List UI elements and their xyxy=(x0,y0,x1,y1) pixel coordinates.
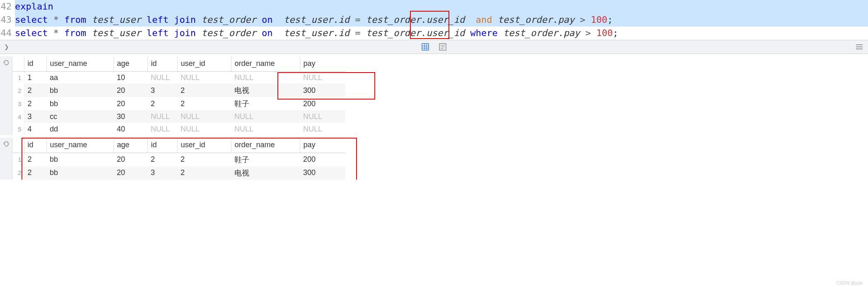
column-header[interactable]: id xyxy=(147,56,177,71)
column-header[interactable]: id xyxy=(147,138,177,153)
cell[interactable]: 1 xyxy=(24,71,46,84)
cell[interactable]: 200 xyxy=(300,97,345,110)
cell[interactable]: NULL xyxy=(177,123,231,135)
result-refresh-gutter[interactable] xyxy=(0,138,12,180)
cell[interactable]: 鞋子 xyxy=(231,153,300,166)
row-number: 2 xyxy=(12,166,24,180)
cell[interactable]: 4 xyxy=(24,123,46,135)
result-toolbar: ❯ xyxy=(0,40,868,54)
cell[interactable]: 3 xyxy=(147,84,177,97)
table-row[interactable]: 22bb2032电视300 xyxy=(12,166,345,180)
line-number: 43 xyxy=(0,13,15,27)
result-set-1: iduser_nameageiduser_idorder_namepay 11a… xyxy=(0,56,868,135)
cell[interactable]: 2 xyxy=(24,97,46,110)
table-row[interactable]: 32bb2022鞋子200 xyxy=(12,97,345,110)
row-num-header xyxy=(12,138,24,153)
table-row[interactable]: 22bb2032电视300 xyxy=(12,84,345,97)
cell[interactable]: 2 xyxy=(24,84,46,97)
cell[interactable]: 300 xyxy=(300,166,345,180)
sql-editor[interactable]: 42explain43select * from test_user left … xyxy=(0,0,868,40)
menu-icon[interactable] xyxy=(855,42,864,51)
cell[interactable]: 20 xyxy=(113,153,147,166)
cell[interactable]: bb xyxy=(46,84,113,97)
table-row[interactable]: 43cc30NULLNULLNULLNULL xyxy=(12,110,345,123)
cell[interactable]: 2 xyxy=(177,84,231,97)
cell[interactable]: NULL xyxy=(300,71,345,84)
code-line[interactable]: select * from test_user left join test_o… xyxy=(15,27,868,40)
cell[interactable]: NULL xyxy=(177,71,231,84)
cell[interactable]: 2 xyxy=(147,153,177,166)
cell[interactable]: 20 xyxy=(113,166,147,180)
row-number: 1 xyxy=(12,71,24,84)
column-header[interactable]: pay xyxy=(300,138,345,153)
svg-rect-0 xyxy=(422,44,429,50)
cell[interactable]: cc xyxy=(46,110,113,123)
column-header[interactable]: user_id xyxy=(177,138,231,153)
column-header[interactable]: id xyxy=(24,138,46,153)
cell[interactable]: bb xyxy=(46,166,113,180)
cell[interactable]: 3 xyxy=(147,166,177,180)
cell[interactable]: 200 xyxy=(300,153,345,166)
cell[interactable]: NULL xyxy=(147,110,177,123)
cell[interactable]: NULL xyxy=(300,110,345,123)
column-header[interactable]: age xyxy=(113,56,147,71)
code-line[interactable]: explain xyxy=(15,0,868,13)
cell[interactable]: NULL xyxy=(231,110,300,123)
table-row[interactable]: 54dd40NULLNULLNULLNULL xyxy=(12,123,345,135)
cell[interactable]: bb xyxy=(46,97,113,110)
table-row[interactable]: 12bb2022鞋子200 xyxy=(12,153,345,166)
result-refresh-gutter[interactable] xyxy=(0,56,12,135)
cell[interactable]: 2 xyxy=(177,166,231,180)
cell[interactable]: 2 xyxy=(147,97,177,110)
column-header[interactable]: pay xyxy=(300,56,345,71)
cell[interactable]: 20 xyxy=(113,97,147,110)
text-view-icon[interactable] xyxy=(438,42,447,51)
row-number: 3 xyxy=(12,97,24,110)
line-number: 44 xyxy=(0,27,15,40)
cell[interactable]: 40 xyxy=(113,123,147,135)
cell[interactable]: 300 xyxy=(300,84,345,97)
cell[interactable]: 20 xyxy=(113,84,147,97)
row-number: 4 xyxy=(12,110,24,123)
column-header[interactable]: user_id xyxy=(177,56,231,71)
cell[interactable]: NULL xyxy=(177,110,231,123)
cell[interactable]: 2 xyxy=(24,166,46,180)
cell[interactable]: bb xyxy=(46,153,113,166)
row-num-header xyxy=(12,56,24,71)
cell[interactable]: 2 xyxy=(177,153,231,166)
cell[interactable]: NULL xyxy=(231,123,300,135)
result-table-1[interactable]: iduser_nameageiduser_idorder_namepay 11a… xyxy=(12,56,345,135)
cell[interactable]: 鞋子 xyxy=(231,97,300,110)
column-header[interactable]: user_name xyxy=(46,138,113,153)
cell[interactable]: NULL xyxy=(231,71,300,84)
cell[interactable]: NULL xyxy=(300,123,345,135)
result-table-2[interactable]: iduser_nameageiduser_idorder_namepay 12b… xyxy=(12,138,345,180)
cell[interactable]: 2 xyxy=(177,97,231,110)
column-header[interactable]: user_name xyxy=(46,56,113,71)
cell[interactable]: 3 xyxy=(24,110,46,123)
cell[interactable]: 2 xyxy=(24,153,46,166)
code-line[interactable]: select * from test_user left join test_o… xyxy=(15,13,868,27)
cell[interactable]: aa xyxy=(46,71,113,84)
results-panel: iduser_nameageiduser_idorder_namepay 11a… xyxy=(0,56,868,182)
row-number: 5 xyxy=(12,123,24,135)
column-header[interactable]: order_name xyxy=(231,138,300,153)
cell[interactable]: 30 xyxy=(113,110,147,123)
row-number: 1 xyxy=(12,153,24,166)
cell[interactable]: NULL xyxy=(147,123,177,135)
cell[interactable]: dd xyxy=(46,123,113,135)
cell[interactable]: 电视 xyxy=(231,84,300,97)
grid-view-icon[interactable] xyxy=(421,42,430,51)
table-row[interactable]: 11aa10NULLNULLNULLNULL xyxy=(12,71,345,84)
result-set-2: iduser_nameageiduser_idorder_namepay 12b… xyxy=(0,138,868,180)
column-header[interactable]: id xyxy=(24,56,46,71)
row-number: 2 xyxy=(12,84,24,97)
cell[interactable]: 电视 xyxy=(231,166,300,180)
chevron-right-icon[interactable]: ❯ xyxy=(4,44,9,50)
cell[interactable]: 10 xyxy=(113,71,147,84)
column-header[interactable]: order_name xyxy=(231,56,300,71)
line-number: 42 xyxy=(0,0,15,13)
cell[interactable]: NULL xyxy=(147,71,177,84)
column-header[interactable]: age xyxy=(113,138,147,153)
